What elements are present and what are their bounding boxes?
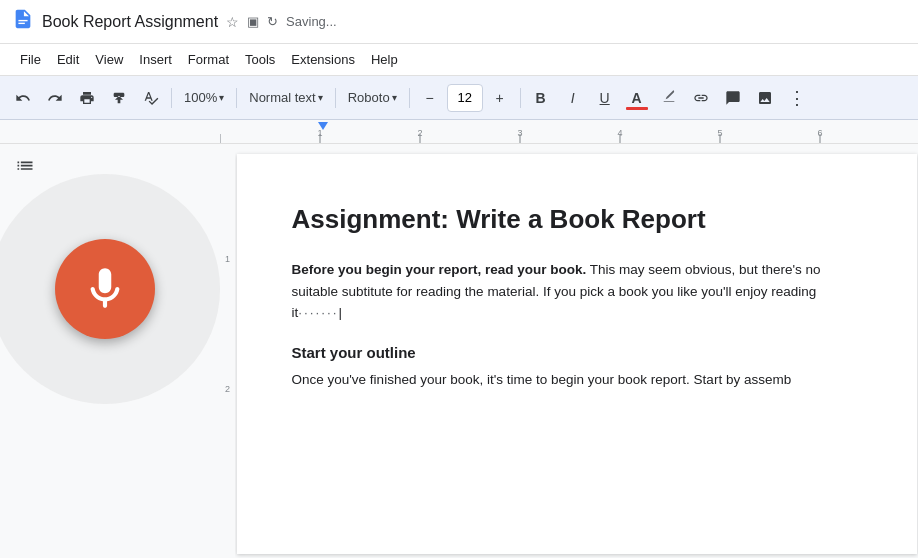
italic-button[interactable]: I xyxy=(558,83,588,113)
cursor: | xyxy=(339,305,343,320)
toolbar-divider-4 xyxy=(409,88,410,108)
print-button[interactable] xyxy=(72,83,102,113)
ruler: 1 2 3 4 5 6 xyxy=(0,120,918,144)
toolbar: 100% ▾ Normal text ▾ Roboto ▾ − + B I U … xyxy=(0,76,918,120)
doc-app-icon xyxy=(12,8,34,36)
menu-edit[interactable]: Edit xyxy=(49,48,87,71)
underline-button[interactable]: U xyxy=(590,83,620,113)
svg-rect-1 xyxy=(18,22,24,23)
document-heading: Assignment: Write a Book Report xyxy=(292,204,862,235)
more-options-button[interactable]: ⋮ xyxy=(782,83,812,113)
font-select[interactable]: Roboto ▾ xyxy=(341,83,404,113)
font-size-increase-button[interactable]: + xyxy=(485,83,515,113)
text-color-swatch xyxy=(626,107,648,110)
title-bar: Book Report Assignment ☆ ▣ ↻ Saving... xyxy=(0,0,918,44)
menu-help[interactable]: Help xyxy=(363,48,406,71)
paint-format-button[interactable] xyxy=(104,83,134,113)
document-area: Assignment: Write a Book Report Before y… xyxy=(235,144,918,558)
font-arrow-icon: ▾ xyxy=(392,92,397,103)
sidebar xyxy=(0,144,220,558)
voice-history-icon[interactable]: ↻ xyxy=(267,14,278,29)
ruler-content: 1 2 3 4 5 6 xyxy=(220,120,918,143)
menu-insert[interactable]: Insert xyxy=(131,48,180,71)
zoom-select[interactable]: 100% ▾ xyxy=(177,83,231,113)
comment-button[interactable] xyxy=(718,83,748,113)
bold-button[interactable]: B xyxy=(526,83,556,113)
menu-file[interactable]: File xyxy=(12,48,49,71)
margin-number-2: 2 xyxy=(225,384,230,394)
font-size-decrease-button[interactable]: − xyxy=(415,83,445,113)
document-title[interactable]: Book Report Assignment xyxy=(42,13,218,31)
insert-image-button[interactable] xyxy=(750,83,780,113)
svg-rect-0 xyxy=(18,19,27,20)
text-color-button[interactable]: A xyxy=(622,83,652,113)
voice-typing-button[interactable] xyxy=(55,239,155,339)
document-page[interactable]: Assignment: Write a Book Report Before y… xyxy=(237,154,917,554)
menu-bar: File Edit View Insert Format Tools Exten… xyxy=(0,44,918,76)
text-style-select[interactable]: Normal text ▾ xyxy=(242,83,329,113)
toolbar-divider-2 xyxy=(236,88,237,108)
saving-status: Saving... xyxy=(286,14,337,29)
star-icon[interactable]: ☆ xyxy=(226,14,239,30)
highlight-button[interactable] xyxy=(654,83,684,113)
main-content: 1 2 Assignment: Write a Book Report Befo… xyxy=(0,144,918,558)
margin-number-1: 1 xyxy=(225,254,230,264)
drive-icon[interactable]: ▣ xyxy=(247,14,259,29)
text-style-arrow-icon: ▾ xyxy=(318,92,323,103)
toolbar-divider-3 xyxy=(335,88,336,108)
menu-view[interactable]: View xyxy=(87,48,131,71)
page-margin: 1 2 xyxy=(220,144,235,558)
para1-dots: ······· xyxy=(298,305,338,320)
document-paragraph-1: Before you begin your report, read your … xyxy=(292,259,862,324)
voice-overlay xyxy=(0,174,220,404)
title-action-icons: ☆ ▣ ↻ xyxy=(226,14,278,30)
undo-button[interactable] xyxy=(8,83,38,113)
toolbar-divider-1 xyxy=(171,88,172,108)
outline-toggle-button[interactable] xyxy=(10,154,40,184)
menu-tools[interactable]: Tools xyxy=(237,48,283,71)
menu-format[interactable]: Format xyxy=(180,48,237,71)
spellcheck-button[interactable] xyxy=(136,83,166,113)
font-size-box xyxy=(447,84,483,112)
section1-title: Start your outline xyxy=(292,344,862,361)
link-button[interactable] xyxy=(686,83,716,113)
zoom-arrow-icon: ▾ xyxy=(219,92,224,103)
menu-extensions[interactable]: Extensions xyxy=(283,48,363,71)
redo-button[interactable] xyxy=(40,83,70,113)
section1-body: Once you've finished your book, it's tim… xyxy=(292,369,862,391)
para1-bold: Before you begin your report, read your … xyxy=(292,262,587,277)
font-size-input[interactable] xyxy=(452,90,478,105)
toolbar-divider-5 xyxy=(520,88,521,108)
